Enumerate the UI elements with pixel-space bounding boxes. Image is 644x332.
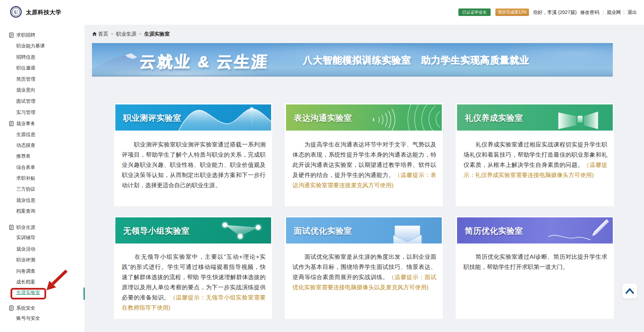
svg-text:U: U bbox=[14, 9, 18, 15]
